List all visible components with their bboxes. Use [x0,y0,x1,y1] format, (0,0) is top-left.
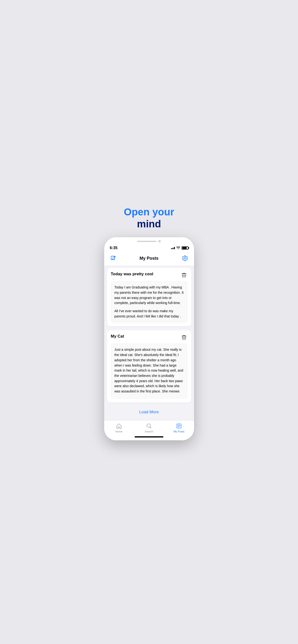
post-card-1: Today was pretty cool Today I am Gra [107,268,191,326]
tab-home-label: Home [115,430,122,433]
tab-my-posts-label: My Posts [174,430,184,433]
tagline-line1: Open your [124,206,174,218]
post-body-1: Today I am Graduating with my MBA . Havi… [114,285,184,319]
my-posts-icon [176,423,182,429]
wifi-icon [176,246,180,250]
top-pill [104,237,194,242]
status-bar: 6:35 [104,242,194,252]
delete-button-1[interactable] [181,272,187,278]
phone-frame: 6:35 [104,237,194,440]
tagline: Open your mind [124,206,174,230]
post-header-2: My Cat [111,334,187,341]
tagline-line2: mind [124,218,174,230]
status-icons [171,246,188,250]
tab-home[interactable]: Home [109,423,129,433]
settings-button[interactable] [181,254,189,262]
post-title-2: My Cat [111,334,124,339]
home-bar [104,434,194,440]
tab-search-label: Search [145,430,153,433]
home-indicator [135,436,163,438]
tab-my-posts[interactable]: My Posts [169,423,189,433]
tab-search[interactable]: Search [139,423,159,433]
delete-button-2[interactable] [181,334,187,341]
search-icon [146,423,152,429]
status-time: 6:35 [110,246,117,250]
svg-rect-3 [182,336,186,339]
content-area: Today was pretty cool Today I am Gra [104,266,194,420]
post-header-1: Today was pretty cool [111,272,187,278]
pill-dot [158,240,161,242]
pill-bar [137,241,157,242]
compose-button[interactable] [109,254,117,262]
svg-rect-2 [182,274,186,277]
nav-bar: My Posts [104,252,194,266]
home-icon [116,423,122,429]
post-body-wrapper-2: Just a simple post about my cat. She rea… [111,344,187,399]
signal-icon [171,247,175,249]
post-body-wrapper-1: Today I am Graduating with my MBA . Havi… [111,281,187,322]
post-card-2: My Cat Just a simple post about my c [107,330,191,402]
svg-point-1 [184,258,186,259]
load-more-button[interactable]: Load More [107,406,191,418]
tab-bar: Home Search [104,420,194,434]
battery-icon [182,246,188,250]
page-title: My Posts [139,256,158,261]
post-body-2: Just a simple post about my cat. She rea… [114,347,184,395]
page-wrapper: Open your mind 6:35 [99,196,199,448]
post-title-1: Today was pretty cool [111,272,153,276]
